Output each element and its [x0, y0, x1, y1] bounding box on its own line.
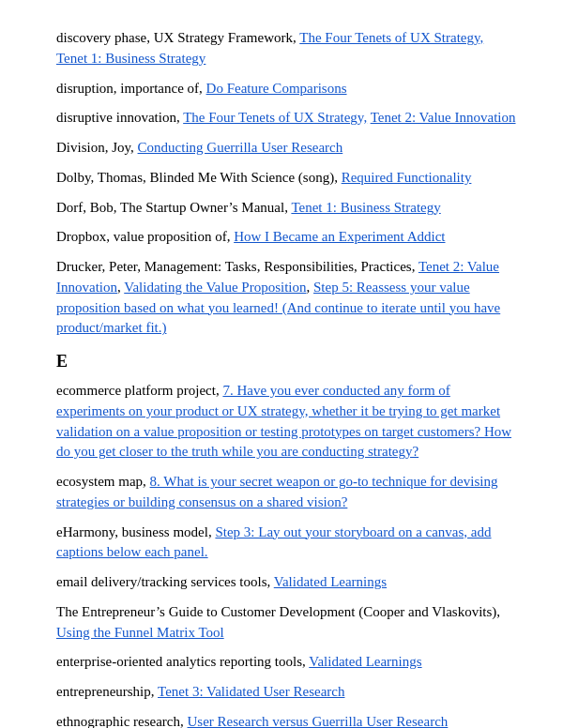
- link-experiment-addict[interactable]: How I Became an Experiment Addict: [234, 229, 445, 244]
- entry-prefix: disruption, importance of,: [56, 81, 206, 96]
- entry-entrepreneur-guide: The Entrepreneur’s Guide to Customer Dev…: [56, 602, 516, 644]
- entry-prefix: Division, Joy,: [56, 140, 138, 155]
- link-tenet3-vur[interactable]: Tenet 3: Validated User Research: [158, 684, 344, 699]
- entry-prefix: Dorf, Bob, The Startup Owner’s Manual,: [56, 200, 291, 215]
- entry-email-delivery: email delivery/tracking services tools, …: [56, 572, 516, 593]
- entry-disruption: disruption, importance of, Do Feature Co…: [56, 79, 516, 99]
- entry-prefix: ecommerce platform project,: [56, 383, 222, 398]
- link-funnel-matrix[interactable]: Using the Funnel Matrix Tool: [56, 625, 224, 640]
- entry-prefix: disruptive innovation,: [56, 110, 183, 125]
- section-header-e: E: [56, 352, 516, 372]
- entry-ecommerce: ecommerce platform project, 7. Have you …: [56, 381, 516, 463]
- entry-prefix: enterprise-oriented analytics reporting …: [56, 654, 309, 669]
- entry-entrepreneurship: entrepreneurship, Tenet 3: Validated Use…: [56, 682, 516, 703]
- entry-dorf: Dorf, Bob, The Startup Owner’s Manual, T…: [56, 198, 516, 219]
- entry-ecosystem-map: ecosystem map, 8. What is your secret we…: [56, 472, 516, 513]
- link-four-tenets-2[interactable]: The Four Tenets of UX Strategy,: [183, 110, 367, 125]
- link-four-tenets[interactable]: The Four Tenets of UX Strategy,: [299, 30, 483, 45]
- entry-division-joy: Division, Joy, Conducting Guerrilla User…: [56, 138, 516, 159]
- entry-drucker: Drucker, Peter, Management: Tasks, Respo…: [56, 257, 516, 339]
- entry-disruptive-innovation: disruptive innovation, The Four Tenets o…: [56, 108, 516, 129]
- entry-prefix: ethnographic research,: [56, 714, 188, 728]
- entry-eharmony: eHarmony, business model, Step 3: Lay ou…: [56, 523, 516, 564]
- link-validating-vp[interactable]: Validating the Value Proposition: [124, 280, 306, 295]
- entry-prefix: eHarmony, business model,: [56, 524, 215, 539]
- entry-dolby: Dolby, Thomas, Blinded Me With Science (…: [56, 168, 516, 189]
- link-required-func[interactable]: Required Functionality: [342, 170, 472, 185]
- entry-prefix: Drucker, Peter, Management: Tasks, Respo…: [56, 259, 418, 274]
- entry-ethnographic: ethnographic research, User Research ver…: [56, 712, 516, 728]
- entry-prefix: ecosystem map,: [56, 474, 150, 489]
- link-user-research-vs-guerrilla[interactable]: User Research versus Guerrilla User Rese…: [188, 714, 449, 728]
- link-do-feature[interactable]: Do Feature Comparisons: [206, 81, 347, 96]
- entry-dropbox: Dropbox, value proposition of, How I Bec…: [56, 227, 516, 248]
- entry-discovery-phase: discovery phase, UX Strategy Framework, …: [56, 28, 516, 69]
- entry-prefix: The Entrepreneur’s Guide to Customer Dev…: [56, 604, 500, 619]
- link-guerrilla[interactable]: Conducting Guerrilla User Research: [138, 140, 343, 155]
- link-tenet2-vi[interactable]: Tenet 2: Value Innovation: [371, 110, 516, 125]
- entry-prefix: entrepreneurship,: [56, 684, 158, 699]
- entry-prefix: email delivery/tracking services tools,: [56, 574, 274, 589]
- entry-enterprise-analytics: enterprise-oriented analytics reporting …: [56, 652, 516, 673]
- link-tenet1-bs[interactable]: Tenet 1: Business Strategy: [56, 51, 205, 66]
- link-validated-learnings-2[interactable]: Validated Learnings: [309, 654, 421, 669]
- entry-prefix: discovery phase, UX Strategy Framework,: [56, 30, 299, 45]
- link-validated-learnings[interactable]: Validated Learnings: [274, 574, 387, 589]
- entry-prefix: Dolby, Thomas, Blinded Me With Science (…: [56, 170, 342, 185]
- entry-prefix: Dropbox, value proposition of,: [56, 229, 234, 244]
- link-tenet1-bs-2[interactable]: Tenet 1: Business Strategy: [291, 200, 440, 215]
